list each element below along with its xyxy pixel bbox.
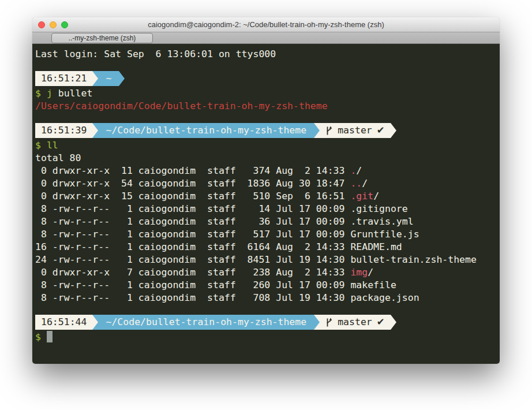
prompt-time-segment: 16:51:21 bbox=[35, 71, 92, 86]
powerline-arrow-icon bbox=[119, 71, 125, 86]
ls-row: 8 -rw-r--r-- 1 caiogondim staff 517 Jul … bbox=[35, 228, 497, 241]
powerline-arrow-icon bbox=[391, 123, 396, 138]
prompt-line-3: 16:51:44 ~/Code/bullet-train-oh-my-zsh-t… bbox=[35, 315, 497, 330]
tab-bar: ..-my-zsh-theme (zsh) bbox=[32, 32, 500, 44]
ls-row: 24 -rw-r--r-- 1 caiogondim staff 8451 Ju… bbox=[35, 254, 497, 266]
ls-row-name: Gruntfile.js bbox=[350, 229, 419, 240]
command-args: bullet bbox=[53, 88, 93, 99]
git-branch-name: master bbox=[338, 124, 372, 137]
git-branch-icon bbox=[325, 126, 333, 136]
ls-row-name: package.json bbox=[350, 292, 419, 303]
ls-row: 0 drwxr-xr-x 15 caiogondim staff 510 Sep… bbox=[35, 190, 497, 203]
powerline-arrow-icon bbox=[92, 315, 98, 330]
powerline-arrow-icon bbox=[314, 315, 320, 330]
terminal-cursor bbox=[47, 331, 53, 342]
ls-row-name: .. bbox=[350, 178, 362, 189]
ls-row-meta: 8 -rw-r--r-- 1 caiogondim staff 260 Jul … bbox=[35, 279, 350, 290]
ls-row-dir-slash: / bbox=[356, 165, 362, 176]
ls-row-name: img bbox=[350, 267, 368, 278]
zoom-button[interactable] bbox=[61, 21, 68, 28]
ls-row-name: bullet-train.zsh-theme bbox=[350, 254, 477, 265]
window-title: caiogondim@caiogondim-2: ~/Code/bullet-t… bbox=[148, 20, 384, 29]
ls-row-dir-slash: / bbox=[368, 267, 373, 278]
prompt-time-segment: 16:51:44 bbox=[35, 315, 92, 330]
prompt-path-segment: ~ bbox=[98, 71, 119, 86]
tab-label: ..-my-zsh-theme (zsh) bbox=[69, 34, 136, 42]
ls-row-meta: 16 -rw-r--r-- 1 caiogondim staff 6164 Au… bbox=[35, 241, 350, 252]
prompt-time-segment: 16:51:39 bbox=[35, 123, 92, 138]
minimize-button[interactable] bbox=[50, 21, 57, 28]
ls-total-line: total 80 bbox=[35, 152, 497, 165]
ls-row-meta: 8 -rw-r--r-- 1 caiogondim staff 708 Jul … bbox=[35, 292, 350, 303]
git-clean-check-icon: ✔ bbox=[377, 124, 385, 137]
close-button[interactable] bbox=[38, 21, 45, 28]
powerline-arrow-icon bbox=[391, 315, 396, 330]
prompt-symbol: $ bbox=[35, 88, 41, 99]
ls-row-meta: 8 -rw-r--r-- 1 caiogondim staff 517 Jul … bbox=[35, 229, 350, 240]
ls-row: 0 drwxr-xr-x 7 caiogondim staff 238 Aug … bbox=[35, 266, 497, 279]
ls-row-meta: 24 -rw-r--r-- 1 caiogondim staff 8451 Ju… bbox=[35, 254, 350, 265]
last-login-line: Last login: Sat Sep 6 13:06:01 on ttys00… bbox=[35, 48, 497, 61]
terminal-window: caiogondim@caiogondim-2: ~/Code/bullet-t… bbox=[32, 17, 500, 364]
ls-row-meta: 0 drwxr-xr-x 7 caiogondim staff 238 Aug … bbox=[35, 267, 350, 278]
command-line-2: $ ll bbox=[35, 139, 497, 152]
ls-row: 8 -rw-r--r-- 1 caiogondim staff 36 Jul 1… bbox=[35, 215, 497, 228]
prompt-symbol: $ bbox=[35, 331, 41, 342]
ls-listing: 0 drwxr-xr-x 11 caiogondim staff 374 Aug… bbox=[35, 165, 497, 304]
git-branch-icon bbox=[325, 318, 333, 327]
command-line-1: $ j bullet bbox=[35, 87, 497, 100]
ls-row-meta: 0 drwxr-xr-x 15 caiogondim staff 510 Sep… bbox=[35, 191, 350, 202]
ls-row: 8 -rw-r--r-- 1 caiogondim staff 260 Jul … bbox=[35, 279, 497, 292]
ls-row-name: .travis.yml bbox=[350, 216, 413, 227]
command-output-line: /Users/caiogondim/Code/bullet-train-oh-m… bbox=[35, 100, 497, 113]
powerline-arrow-icon bbox=[92, 71, 98, 86]
powerline-arrow-icon bbox=[92, 123, 98, 138]
ls-row: 0 drwxr-xr-x 11 caiogondim staff 374 Aug… bbox=[35, 165, 497, 177]
command-text: j bbox=[47, 88, 53, 99]
ls-row-name: . bbox=[350, 165, 356, 176]
prompt-line-2: 16:51:39 ~/Code/bullet-train-oh-my-zsh-t… bbox=[35, 123, 497, 138]
ls-row-meta: 8 -rw-r--r-- 1 caiogondim staff 36 Jul 1… bbox=[35, 216, 350, 227]
git-clean-check-icon: ✔ bbox=[377, 316, 385, 329]
ls-row-dir-slash: / bbox=[373, 191, 379, 202]
ls-row-meta: 8 -rw-r--r-- 1 caiogondim staff 14 Jul 1… bbox=[35, 203, 350, 214]
prompt-git-segment: master ✔ bbox=[320, 123, 390, 138]
ls-row: 8 -rw-r--r-- 1 caiogondim staff 14 Jul 1… bbox=[35, 203, 497, 215]
ls-row-name: README.md bbox=[350, 241, 402, 252]
git-branch-name: master bbox=[338, 316, 372, 329]
ls-row: 16 -rw-r--r-- 1 caiogondim staff 6164 Au… bbox=[35, 241, 497, 254]
tab-zsh[interactable]: ..-my-zsh-theme (zsh) bbox=[51, 33, 153, 43]
command-text: ll bbox=[47, 140, 58, 151]
terminal-screen[interactable]: Last login: Sat Sep 6 13:06:01 on ttys00… bbox=[32, 44, 500, 364]
ls-row: 0 drwxr-xr-x 54 caiogondim staff 1836 Au… bbox=[35, 177, 497, 190]
ls-row-meta: 0 drwxr-xr-x 54 caiogondim staff 1836 Au… bbox=[35, 178, 350, 189]
ls-row-name: .gitignore bbox=[350, 203, 407, 214]
ls-row-meta: 0 drwxr-xr-x 11 caiogondim staff 374 Aug… bbox=[35, 165, 350, 176]
prompt-git-segment: master ✔ bbox=[320, 315, 390, 330]
ls-row-name: makefile bbox=[350, 279, 396, 290]
prompt-symbol: $ bbox=[35, 140, 41, 151]
ls-row-dir-slash: / bbox=[362, 178, 368, 189]
prompt-line-1: 16:51:21 ~ bbox=[35, 71, 497, 86]
powerline-arrow-icon bbox=[314, 123, 320, 138]
prompt-path-segment: ~/Code/bullet-train-oh-my-zsh-theme bbox=[98, 123, 314, 138]
ls-row: 8 -rw-r--r-- 1 caiogondim staff 708 Jul … bbox=[35, 292, 497, 304]
input-line: $ bbox=[35, 331, 497, 344]
titlebar[interactable]: caiogondim@caiogondim-2: ~/Code/bullet-t… bbox=[32, 17, 500, 32]
prompt-path-segment: ~/Code/bullet-train-oh-my-zsh-theme bbox=[98, 315, 314, 330]
traffic-lights bbox=[38, 17, 68, 32]
ls-row-name: .git bbox=[350, 191, 373, 202]
